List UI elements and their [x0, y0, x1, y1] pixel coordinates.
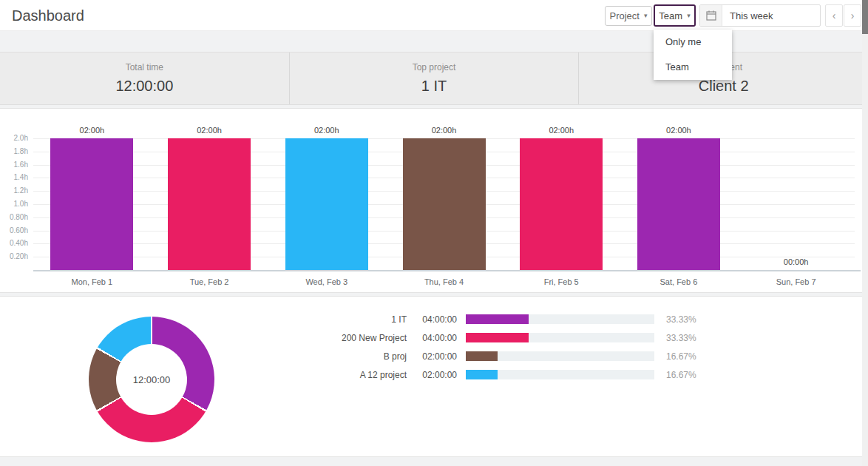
project-time: 04:00:00 — [411, 333, 457, 343]
y-axis-tick: 0.20h — [0, 252, 28, 260]
summary-value: 12:00:00 — [0, 78, 289, 95]
summary-label: Total time — [0, 62, 289, 72]
project-filter-label: Project — [610, 10, 640, 21]
project-row: 200 New Project04:00:0033.33% — [214, 328, 696, 347]
project-donut-chart: 12:00:00 — [89, 317, 214, 442]
x-axis-line — [33, 270, 861, 271]
dropdown-item-team[interactable]: Team — [654, 55, 732, 80]
project-bar-fill — [466, 333, 529, 342]
project-name: 200 New Project — [214, 333, 407, 343]
bar-Tue, Feb 2 — [168, 138, 251, 270]
project-bar-track — [466, 351, 654, 361]
bar-Wed, Feb 3 — [285, 138, 368, 270]
y-axis-tick: 1.0h — [0, 200, 28, 208]
project-time: 02:00:00 — [411, 370, 457, 380]
project-breakdown-card: 12:00:00 1 IT04:00:0033.33%200 New Proje… — [0, 296, 868, 457]
project-row: 1 IT04:00:0033.33% — [214, 310, 696, 328]
bar-value-label: 02:00h — [411, 126, 478, 135]
bar-value-label: 02:00h — [528, 126, 594, 135]
x-axis-label: Thu, Feb 4 — [400, 277, 489, 286]
y-axis-tick: 0.60h — [0, 226, 28, 234]
summary-value: Client 2 — [579, 78, 868, 95]
summary-card-total-time: Total time 12:00:00 — [0, 53, 290, 104]
x-axis-label: Sat, Feb 6 — [634, 277, 723, 286]
project-name: 1 IT — [214, 314, 407, 325]
vertical-scrollbar[interactable] — [862, 0, 868, 466]
project-time: 04:00:00 — [411, 314, 457, 325]
page-title: Dashboard — [12, 0, 84, 31]
summary-card-top-project: Top project 1 IT — [290, 53, 580, 104]
x-axis-label: Sun, Feb 7 — [752, 277, 841, 286]
project-name: A 12 project — [214, 370, 407, 380]
project-list: 1 IT04:00:0033.33%200 New Project04:00:0… — [214, 310, 696, 384]
team-filter-dropdown: Only me Team — [654, 30, 732, 80]
project-percent: 16.67% — [666, 351, 696, 362]
calendar-icon — [700, 5, 722, 26]
weekly-bar-chart: 2.0h1.8h1.6h1.4h1.2h1.0h0.80h0.60h0.40h0… — [0, 109, 868, 292]
x-axis-label: Tue, Feb 2 — [165, 277, 254, 286]
x-axis-label: Wed, Feb 3 — [282, 277, 371, 286]
project-filter-button[interactable]: Project ▾ — [605, 6, 652, 26]
bar-Mon, Feb 1 — [50, 138, 133, 270]
donut-center-label: 12:00:00 — [116, 344, 187, 415]
bar-Sat, Feb 6 — [637, 138, 720, 270]
y-axis-tick: 1.6h — [0, 161, 28, 169]
project-percent: 16.67% — [666, 370, 696, 380]
bar-Thu, Feb 4 — [403, 138, 486, 270]
project-bar-track — [466, 314, 654, 324]
bar-Fri, Feb 5 — [520, 138, 603, 270]
bar-value-label: 02:00h — [645, 126, 712, 135]
project-bar-fill — [466, 370, 498, 379]
chevron-down-icon: ▾ — [687, 13, 691, 19]
chevron-down-icon: ▾ — [644, 13, 648, 19]
bar-value-label: 02:00h — [294, 126, 360, 135]
top-bar: Dashboard Project ▾ Team ▾ This week ‹ › — [0, 0, 868, 31]
project-row: A 12 project02:00:0016.67% — [214, 365, 696, 384]
scrollbar-thumb[interactable] — [862, 0, 868, 34]
y-axis-tick: 2.0h — [0, 134, 28, 142]
date-range-picker[interactable]: This week — [699, 4, 821, 27]
project-bar-track — [466, 333, 654, 342]
y-axis-tick: 1.2h — [0, 186, 28, 195]
date-range-label: This week — [722, 10, 773, 21]
weekly-chart-card: 2.0h1.8h1.6h1.4h1.2h1.0h0.80h0.60h0.40h0… — [0, 108, 868, 293]
summary-label: Top project — [290, 62, 579, 72]
bar-value-label: 00:00h — [763, 257, 830, 266]
project-row: B proj02:00:0016.67% — [214, 347, 696, 365]
team-filter-button[interactable]: Team ▾ — [654, 4, 696, 27]
project-bar-fill — [466, 314, 529, 324]
project-percent: 33.33% — [666, 314, 696, 325]
team-filter-label: Team — [659, 10, 682, 21]
x-axis-label: Mon, Feb 1 — [47, 277, 136, 286]
summary-band: Total time 12:00:00 Top project 1 IT Top… — [0, 52, 868, 105]
chevron-left-icon: ‹ — [833, 10, 836, 21]
dropdown-item-only-me[interactable]: Only me — [654, 30, 732, 55]
previous-period-button[interactable]: ‹ — [825, 4, 843, 27]
summary-value: 1 IT — [290, 78, 579, 95]
project-bar-track — [466, 370, 654, 379]
project-name: B proj — [214, 351, 407, 362]
project-time: 02:00:00 — [411, 351, 457, 362]
x-axis-label: Fri, Feb 5 — [517, 277, 606, 286]
y-axis-tick: 0.80h — [0, 213, 28, 221]
bar-value-label: 02:00h — [176, 126, 243, 135]
y-axis-tick: 1.8h — [0, 147, 28, 155]
next-period-button[interactable]: › — [844, 4, 861, 27]
chevron-right-icon: › — [851, 10, 855, 21]
bar-value-label: 02:00h — [58, 126, 125, 135]
project-percent: 33.33% — [666, 333, 696, 343]
y-axis-tick: 1.4h — [0, 173, 28, 181]
y-axis-tick: 0.40h — [0, 239, 28, 247]
project-bar-fill — [466, 351, 498, 361]
